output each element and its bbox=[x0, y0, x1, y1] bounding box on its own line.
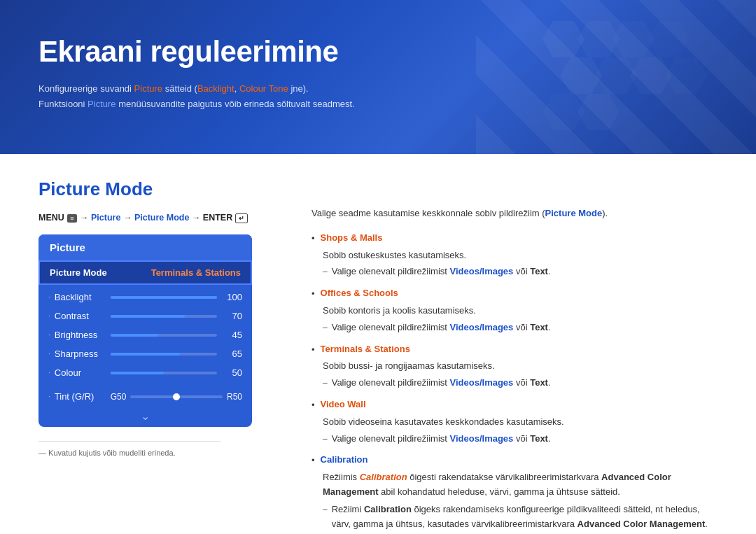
bullet-dot-offices: • bbox=[312, 287, 315, 302]
setting-name-sharpness: Sharpness bbox=[55, 349, 111, 359]
picture-mode-row[interactable]: Picture Mode Terminals & Stations bbox=[38, 260, 252, 285]
setting-name-contrast: Contrast bbox=[55, 311, 111, 321]
setting-row-brightness: · Brightness 45 bbox=[38, 325, 252, 344]
menu-path: MENU ≡ → Picture → Picture Mode → ENTER … bbox=[38, 213, 276, 223]
bullet-calibration-header: • Calibration bbox=[312, 453, 718, 468]
menu-icon: ≡ bbox=[67, 214, 76, 223]
intro-after: ). bbox=[602, 208, 608, 218]
bullet-title-videowall: Video Wall bbox=[321, 398, 366, 412]
setting-val-2: 45 bbox=[223, 330, 242, 340]
subtitle-text3: Funktsiooni bbox=[38, 99, 88, 109]
menu-label: MENU bbox=[38, 213, 64, 223]
setting-bar-fill-3 bbox=[111, 353, 180, 356]
tint-handle bbox=[173, 393, 180, 400]
tint-bullet: · bbox=[48, 393, 50, 400]
subtitle-end2: menüüsuvandite paigutus võib erineda sõl… bbox=[116, 99, 355, 109]
setting-name-colour: Colour bbox=[55, 367, 111, 378]
svg-marker-3 bbox=[560, 57, 602, 94]
sub-text-offices: Valige olenevalt pildirežiimist Videos/I… bbox=[332, 321, 551, 335]
header-decoration bbox=[511, 14, 721, 154]
setting-bar-bg-1 bbox=[111, 315, 217, 318]
bullet-dot-videowall: • bbox=[312, 398, 315, 413]
chevron-row: ⌄ bbox=[38, 405, 252, 427]
bullet-terminals: • Terminals & Stations Sobib bussi- ja r… bbox=[312, 342, 718, 391]
tint-label: Tint (G/R) bbox=[55, 391, 111, 402]
bullet-desc-videowall: Sobib videoseina kasutavates keskkondade… bbox=[323, 415, 718, 430]
intro-link: Picture Mode bbox=[545, 208, 603, 218]
bullet-offices-header: • Offices & Schools bbox=[312, 286, 718, 302]
setting-bar-area-1: 70 bbox=[111, 311, 242, 321]
arrow2: → bbox=[123, 213, 134, 223]
svg-marker-7 bbox=[578, 94, 620, 130]
setting-row-contrast: · Contrast 70 bbox=[38, 307, 252, 325]
svg-marker-6 bbox=[542, 94, 584, 130]
bullet-desc-offices: Sobib kontoris ja koolis kasutamiseks. bbox=[323, 304, 718, 318]
tint-right-val: R50 bbox=[227, 392, 242, 402]
sub-text-cal1: Režiimi Calibration õigeks rakendamiseks… bbox=[332, 503, 718, 532]
sub-text-shops: Valige olenevalt pildirežiimist Videos/I… bbox=[332, 265, 551, 279]
svg-marker-4 bbox=[595, 57, 637, 94]
setting-dot: · bbox=[48, 293, 50, 301]
subtitle-comma: , bbox=[234, 83, 239, 94]
bullet-terminals-header: • Terminals & Stations bbox=[312, 342, 718, 358]
sub-text-videowall: Valige olenevalt pildirežiimist Videos/I… bbox=[332, 432, 551, 447]
setting-row-backlight: · Backlight 100 bbox=[38, 288, 252, 307]
setting-val-0: 100 bbox=[223, 292, 242, 302]
header-subtitle: Konfigureerige suvandi Picture sätteid (… bbox=[38, 81, 718, 112]
subtitle-highlight2: Backlight bbox=[197, 83, 234, 94]
bullet-videowall: • Video Wall Sobib videoseina kasutavate… bbox=[312, 398, 718, 446]
sub-calibration-1: – Režiimi Calibration õigeks rakendamise… bbox=[323, 503, 718, 532]
sub-videowall: – Valige olenevalt pildirežiimist Videos… bbox=[323, 432, 718, 447]
header-banner: Ekraani reguleerimine Konfigureerige suv… bbox=[0, 0, 756, 154]
menu-enter-label: ENTER bbox=[203, 213, 232, 223]
intro-text: Valige seadme kasutamise keskkonnale sob… bbox=[312, 206, 718, 221]
picture-box-header: Picture bbox=[38, 234, 252, 260]
setting-bar-bg-4 bbox=[111, 372, 217, 374]
subtitle-end1: jne). bbox=[288, 83, 309, 94]
tint-left-val: G50 bbox=[111, 392, 127, 402]
sub-dash-shops: – bbox=[323, 265, 328, 279]
setting-bar-fill-2 bbox=[111, 334, 158, 337]
setting-bar-bg-2 bbox=[111, 334, 217, 337]
setting-bar-fill-1 bbox=[111, 315, 186, 318]
sub-dash-cal1: – bbox=[323, 503, 328, 517]
svg-marker-9 bbox=[665, 57, 707, 94]
picture-mode-value: Terminals & Stations bbox=[151, 267, 241, 278]
setting-bar-area-4: 50 bbox=[111, 367, 242, 378]
tint-bar-area: G50 R50 bbox=[111, 392, 242, 402]
bullet-dot-shops: • bbox=[312, 232, 315, 246]
setting-name-backlight: Backlight bbox=[55, 292, 111, 302]
svg-marker-5 bbox=[630, 57, 672, 94]
sub-dash-terminals: – bbox=[323, 377, 328, 390]
bullet-title-shops: Shops & Malls bbox=[321, 231, 383, 246]
picture-mode-label: Picture Mode bbox=[50, 267, 151, 278]
tint-bar bbox=[130, 395, 223, 398]
setting-bar-bg-0 bbox=[111, 296, 217, 299]
setting-bar-bg-3 bbox=[111, 353, 217, 356]
bullet-shops-header: • Shops & Malls bbox=[312, 231, 718, 246]
sub-shops: – Valige olenevalt pildirežiimist Videos… bbox=[323, 265, 718, 279]
svg-marker-1 bbox=[578, 21, 620, 57]
bullet-videowall-header: • Video Wall bbox=[312, 398, 718, 413]
subtitle-text1: Konfigureerige suvandi bbox=[38, 83, 134, 94]
main-content: Picture Mode MENU ≡ → Picture → Picture … bbox=[0, 154, 756, 534]
bullet-shops: • Shops & Malls Sobib ostukeskustes kasu… bbox=[312, 231, 718, 279]
footer-note: — Kuvatud kujutis võib mudeliti erineda. bbox=[38, 441, 220, 457]
picture-ui-box: Picture Picture Mode Terminals & Station… bbox=[38, 234, 252, 427]
setting-bar-area-3: 65 bbox=[111, 349, 242, 359]
setting-dot: · bbox=[48, 369, 50, 377]
subtitle-highlight3: Colour Tone bbox=[239, 83, 288, 94]
bullet-offices: • Offices & Schools Sobib kontoris ja ko… bbox=[312, 286, 718, 335]
page-title: Ekraani reguleerimine bbox=[38, 35, 718, 69]
intro-before: Valige seadme kasutamise keskkonnale sob… bbox=[312, 208, 545, 218]
setting-bar-fill-0 bbox=[111, 296, 217, 299]
enter-icon: ↵ bbox=[235, 213, 248, 223]
setting-dot: · bbox=[48, 312, 50, 320]
bullet-title-offices: Offices & Schools bbox=[321, 286, 398, 301]
setting-row-colour: · Colour 50 bbox=[38, 363, 252, 382]
calibration-desc1: Režiimis Calibration õigesti rakendataks… bbox=[323, 470, 718, 500]
bullet-desc-shops: Sobib ostukeskustes kasutamiseks. bbox=[323, 248, 718, 263]
left-column: Picture Mode MENU ≡ → Picture → Picture … bbox=[38, 178, 276, 534]
setting-bar-fill-4 bbox=[111, 372, 164, 374]
picture-settings: · Backlight 100 · Contrast 70 · Brightne… bbox=[38, 285, 252, 388]
